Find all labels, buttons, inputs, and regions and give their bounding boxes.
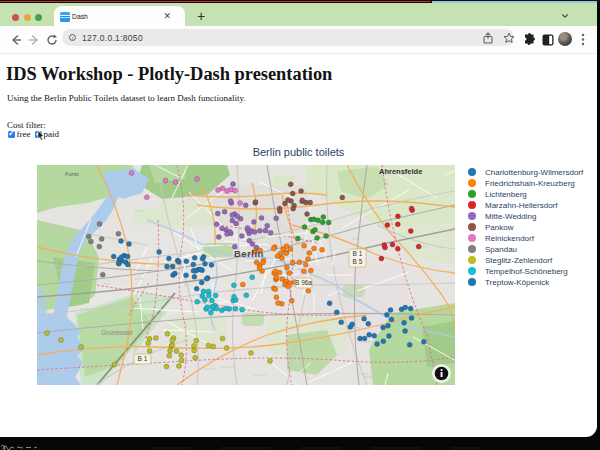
svg-text:B 5: B 5 — [353, 258, 363, 265]
svg-text:Ahrensfelde: Ahrensfelde — [379, 167, 422, 176]
svg-text:Berlin: Berlin — [234, 248, 264, 259]
svg-text:B 1: B 1 — [353, 250, 363, 257]
svg-text:Forst: Forst — [65, 171, 79, 177]
svg-text:Grunewald: Grunewald — [101, 329, 133, 336]
svg-text:B 1: B 1 — [138, 355, 148, 362]
svg-text:B 96a: B 96a — [295, 279, 312, 286]
